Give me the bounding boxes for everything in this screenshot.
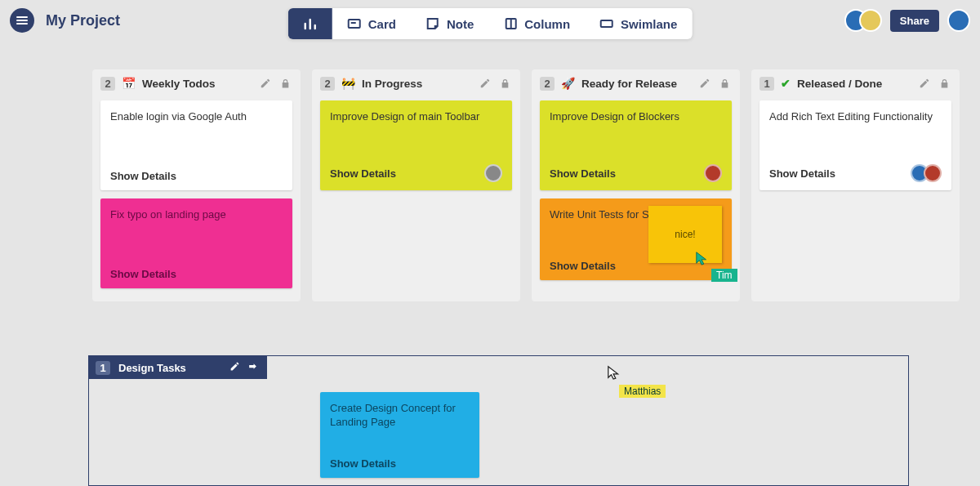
- toolbar-note[interactable]: Note: [411, 8, 488, 39]
- card[interactable]: Improve Design of Blockers Show Details: [540, 100, 732, 190]
- column-header: 2 📅 Weekly Todos: [92, 69, 301, 97]
- lock-icon[interactable]: [937, 76, 951, 91]
- card-count: 2: [540, 77, 555, 91]
- avatar: [924, 164, 942, 182]
- toolbar-label: Card: [368, 17, 396, 31]
- avatar: [484, 164, 502, 182]
- card[interactable]: Fix typo on landing page Show Details: [100, 198, 292, 288]
- check-icon: ✔: [781, 77, 791, 90]
- column-in-progress[interactable]: 2 🚧 In Progress Improve Design of main T…: [312, 69, 520, 301]
- sticky-text: nice!: [675, 229, 695, 240]
- card-icon: [347, 16, 362, 31]
- assignee-avatars: [709, 164, 722, 182]
- edit-icon[interactable]: [697, 76, 712, 91]
- column-actions: [917, 76, 951, 91]
- card[interactable]: Add Rich Text Editing Functionality Show…: [760, 100, 951, 190]
- card-title: Improve Design of main Toolbar: [330, 110, 502, 124]
- swimlane-header: 1 Design Tasks: [89, 356, 267, 379]
- top-bar: My Project Card Note Column: [0, 0, 980, 41]
- show-details-link[interactable]: Show Details: [330, 167, 396, 180]
- swimlane-actions: [229, 361, 261, 374]
- show-details-link[interactable]: Show Details: [769, 167, 835, 180]
- bar-chart-icon: [303, 16, 318, 31]
- card-title: Fix typo on landing page: [110, 208, 283, 222]
- column-actions: [697, 76, 732, 91]
- card-count: 1: [760, 77, 774, 91]
- column-actions: [258, 76, 292, 91]
- swimlane-icon: [599, 16, 614, 31]
- toolbar-label: Note: [447, 17, 474, 31]
- note-icon: [425, 16, 440, 31]
- column-title: Weekly Todos: [142, 78, 216, 90]
- assignee-avatars: [489, 164, 502, 182]
- toolbar-stats[interactable]: [288, 8, 332, 39]
- card[interactable]: Improve Design of main Toolbar Show Deta…: [320, 100, 512, 190]
- column-weekly-todos[interactable]: 2 📅 Weekly Todos Enable login via Google…: [92, 69, 301, 301]
- hamburger-icon: [16, 16, 28, 25]
- toolbar-label: Column: [524, 17, 570, 31]
- lock-icon[interactable]: [497, 76, 512, 91]
- edit-icon[interactable]: [478, 76, 492, 91]
- board: 2 📅 Weekly Todos Enable login via Google…: [0, 69, 980, 486]
- show-details-link[interactable]: Show Details: [110, 268, 176, 280]
- presence-avatars[interactable]: [853, 9, 882, 32]
- lock-icon[interactable]: [717, 76, 732, 91]
- column-ready-for-release[interactable]: 2 🚀 Ready for Release Improve Design of …: [532, 69, 740, 301]
- card[interactable]: Create Design Concept for Landing Page S…: [320, 392, 479, 478]
- column-title: In Progress: [362, 78, 422, 90]
- edit-icon[interactable]: [917, 76, 932, 91]
- edit-icon[interactable]: [229, 361, 243, 374]
- create-toolbar: Card Note Column Swimlane: [288, 8, 693, 39]
- card-title: Create Design Concept for Landing Page: [330, 402, 470, 430]
- column-actions: [478, 76, 512, 91]
- column-title: Released / Done: [797, 78, 882, 90]
- sticky-note[interactable]: nice!: [648, 206, 722, 263]
- card-title: Improve Design of Blockers: [550, 110, 722, 124]
- swimlane-title: Design Tasks: [118, 362, 186, 374]
- column-header: 2 🚀 Ready for Release: [532, 69, 740, 97]
- current-user-avatar[interactable]: [947, 9, 970, 32]
- columns-row: 2 📅 Weekly Todos Enable login via Google…: [89, 69, 976, 301]
- swimlane-design-tasks[interactable]: 1 Design Tasks Create Design Concept for…: [88, 355, 909, 486]
- card-count: 2: [320, 77, 335, 91]
- toolbar-column[interactable]: Column: [488, 8, 585, 39]
- lock-icon[interactable]: [278, 76, 292, 91]
- toolbar-swimlane[interactable]: Swimlane: [585, 8, 692, 39]
- svg-rect-4: [601, 20, 612, 27]
- share-button[interactable]: Share: [890, 10, 939, 32]
- avatar: [859, 9, 882, 32]
- show-details-link[interactable]: Show Details: [330, 457, 396, 470]
- show-details-link[interactable]: Show Details: [110, 170, 176, 182]
- card-title: Add Rich Text Editing Functionality: [769, 110, 942, 124]
- toolbar-label: Swimlane: [621, 17, 677, 31]
- swimlane-card-count: 1: [96, 361, 110, 375]
- column-header: 1 ✔ Released / Done: [751, 69, 960, 97]
- calendar-icon: 📅: [122, 77, 136, 90]
- card-title: Enable login via Google Auth: [110, 110, 283, 124]
- menu-button[interactable]: [10, 8, 34, 33]
- column-header: 2 🚧 In Progress: [312, 69, 520, 97]
- construction-icon: 🚧: [341, 77, 355, 90]
- toolbar-card[interactable]: Card: [332, 8, 411, 39]
- show-details-link[interactable]: Show Details: [550, 167, 616, 180]
- card-count: 2: [100, 77, 115, 91]
- rocket-icon: 🚀: [561, 77, 575, 90]
- collapse-icon[interactable]: [247, 361, 261, 374]
- column-released-done[interactable]: 1 ✔ Released / Done Add Rich Text Editin…: [751, 69, 960, 301]
- top-right-controls: Share: [853, 9, 970, 32]
- avatar: [704, 164, 722, 182]
- project-title: My Project: [46, 12, 120, 29]
- column-title: Ready for Release: [581, 78, 677, 90]
- assignee-avatars: [915, 164, 942, 182]
- show-details-link[interactable]: Show Details: [550, 260, 616, 272]
- column-icon: [503, 16, 518, 31]
- card[interactable]: Enable login via Google Auth Show Detail…: [100, 100, 292, 190]
- edit-icon[interactable]: [258, 76, 273, 91]
